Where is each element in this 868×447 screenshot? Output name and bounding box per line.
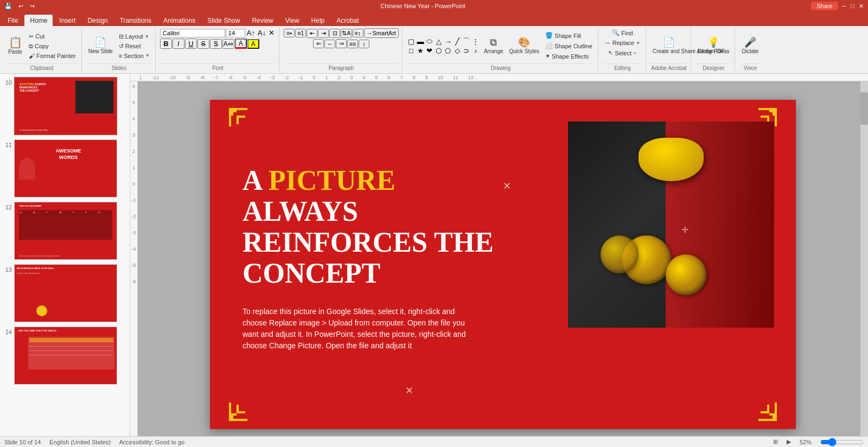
tab-design[interactable]: Design [82, 15, 113, 26]
shape-arrow[interactable]: → [444, 37, 452, 46]
close-button[interactable]: ✕ [859, 3, 864, 10]
columns-button[interactable]: ⊡ [329, 29, 340, 38]
font-size-input[interactable] [226, 29, 245, 37]
shape-line[interactable]: ╱ [453, 37, 462, 46]
increase-font-button[interactable]: A↑ [246, 28, 256, 37]
redo-icon[interactable]: ↪ [30, 3, 35, 10]
font-label: Font [160, 63, 276, 71]
shape-chevron[interactable]: › [471, 46, 480, 55]
bullets-button[interactable]: ≡• [284, 29, 295, 37]
share-button[interactable]: Share [811, 2, 838, 10]
create-share-pdf-button[interactable]: 📄 Create and Share Adobe PDF [650, 36, 687, 56]
slide-thumb-13[interactable]: 13 Infographics Make Your Idea... Theory… [2, 263, 127, 323]
copy-button[interactable]: ⧉ Copy [27, 42, 78, 51]
strikethrough-button[interactable]: S [197, 39, 209, 49]
shape-heart[interactable]: ❤ [425, 46, 434, 55]
slide-thumb-10[interactable]: 10 A Picture AlwaysReinforcesthe Concept… [2, 76, 127, 136]
tab-animations[interactable]: Animations [158, 15, 201, 26]
select-button[interactable]: ↖ Select ~ [606, 48, 639, 58]
increase-indent-button[interactable]: ⇥ [318, 29, 329, 38]
title-a: A [242, 165, 269, 196]
line-spacing-button[interactable]: ↕ [359, 40, 369, 48]
font-color-button[interactable]: A [235, 39, 247, 49]
shape-cylinder[interactable]: ⊃ [462, 46, 471, 55]
tab-help[interactable]: Help [306, 15, 330, 26]
paste-button[interactable]: 📋 Paste [5, 35, 25, 56]
tab-insert[interactable]: Insert [54, 15, 81, 26]
dictate-button[interactable]: 🎤 Dictate [739, 36, 761, 56]
minimize-button[interactable]: ─ [843, 3, 847, 9]
find-button[interactable]: 🔍 Find [610, 28, 635, 37]
adobe-content: 📄 Create and Share Adobe PDF [650, 28, 687, 63]
slide-photo[interactable]: ✛ [568, 122, 774, 328]
shape-select[interactable]: ▢ [407, 37, 416, 46]
highlight-button[interactable]: A [247, 39, 259, 49]
maximize-button[interactable]: □ [851, 3, 854, 9]
shape-oval[interactable]: ⬭ [425, 37, 434, 46]
undo-icon[interactable]: ↩ [18, 3, 23, 10]
align-text-button[interactable]: ≡↕ [353, 29, 363, 37]
replace-button[interactable]: ↔ Replace ▼ [603, 39, 642, 47]
section-button[interactable]: ≡ Section ▼ [117, 52, 152, 60]
tab-acrobat[interactable]: Acrobat [331, 15, 364, 26]
slide-title[interactable]: A Picture Always Reinforces The Concept [242, 165, 503, 289]
quick-styles-button[interactable]: 🎨 Quick Styles [507, 36, 542, 56]
reset-button[interactable]: ↺ Reset [117, 42, 152, 51]
design-ideas-button[interactable]: 💡 Design Ideas [695, 36, 731, 56]
shape-effects-button[interactable]: ✦ Shape Effects [543, 52, 595, 61]
justify-button[interactable]: ≡≡ [347, 40, 358, 48]
shadow-button[interactable]: S [210, 39, 222, 49]
tab-review[interactable]: Review [246, 15, 278, 26]
slide-img-13: Infographics Make Your Idea... Theory is… [14, 264, 117, 322]
new-slide-button[interactable]: 📄 New Slide [86, 36, 115, 56]
bold-button[interactable]: B [160, 39, 172, 49]
view-slide-show-icon[interactable]: ▶ [787, 438, 791, 445]
font-name-input[interactable] [160, 29, 225, 37]
text-direction-button[interactable]: ⇅A [341, 29, 352, 38]
slide-thumb-14[interactable]: 14 ...And The Same Goes For Tables [2, 325, 127, 386]
shape-fill-button[interactable]: 🪣 Shape Fill [543, 31, 595, 40]
format-painter-button[interactable]: 🖌 Format Painter [27, 52, 78, 60]
tab-home[interactable]: Home [24, 15, 53, 26]
char-spacing-button[interactable]: A⇔ [222, 39, 234, 49]
shape-outline-button[interactable]: ⬜ Shape Outline [543, 41, 595, 50]
arrange-button[interactable]: ⧉ Arrange [482, 36, 506, 56]
shape-curve[interactable]: ⌒ [462, 37, 471, 46]
align-left-button[interactable]: ⇐ [313, 39, 324, 48]
shape-callout[interactable]: □ [407, 46, 416, 55]
tab-file[interactable]: File [2, 15, 23, 26]
decrease-font-button[interactable]: A↓ [257, 28, 267, 37]
tab-slideshow[interactable]: Slide Show [202, 15, 245, 26]
clear-format-button[interactable]: ✕ [267, 28, 276, 37]
shape-diamond[interactable]: ◇ [453, 46, 462, 55]
svg-rect-15 [773, 110, 775, 116]
tab-transitions[interactable]: Transitions [114, 15, 157, 26]
shape-triangle[interactable]: △ [435, 37, 443, 46]
tab-view[interactable]: View [280, 15, 305, 26]
decrease-indent-button[interactable]: ⇤ [307, 29, 317, 38]
view-normal-icon[interactable]: ⊞ [773, 438, 778, 445]
cut-button[interactable]: ✂ Cut [27, 32, 78, 41]
shape-more[interactable]: ⋮ [471, 37, 480, 46]
slide-panel: 10 A Picture AlwaysReinforcesthe Concept… [0, 74, 130, 447]
layout-button[interactable]: ⊟ Layout ▼ [117, 32, 152, 41]
slide-body-text[interactable]: To replace this picture in Google Slides… [242, 306, 481, 352]
slide-thumb-12[interactable]: 12 This is a Calendar SMTWTFS Stone is a… [2, 201, 127, 261]
slide-thumb-11[interactable]: 11 AwesomeWords [2, 138, 127, 199]
zoom-slider[interactable] [820, 438, 864, 446]
save-icon[interactable]: 💾 [4, 3, 12, 10]
align-right-button[interactable]: ⇒ [336, 39, 347, 48]
italic-button[interactable]: I [173, 39, 184, 49]
scroll-thumb[interactable] [860, 92, 868, 125]
shape-rect[interactable]: ▬ [416, 37, 425, 46]
editing-label: Editing [603, 63, 642, 71]
shape-hexagon[interactable]: ⬡ [435, 46, 443, 55]
shape-pentagon[interactable]: ⬠ [444, 46, 452, 55]
vertical-scrollbar[interactable] [860, 81, 868, 447]
align-center-button[interactable]: ↔ [324, 40, 335, 48]
shape-star[interactable]: ★ [416, 46, 425, 55]
convert-smartart-button[interactable]: →SmartArt [364, 28, 399, 38]
underline-button[interactable]: U [185, 39, 197, 49]
slide-canvas[interactable]: ✕ ✕ A Picture Always Reinforces The Conc… [210, 100, 796, 429]
numbering-button[interactable]: ≡1 [295, 29, 306, 37]
